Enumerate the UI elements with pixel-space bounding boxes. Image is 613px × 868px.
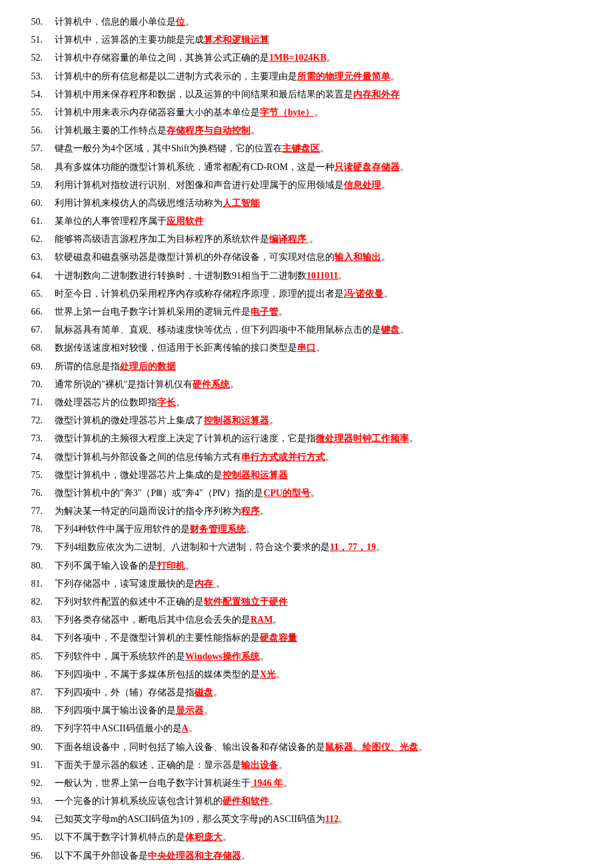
question-content: 下面各组设备中，同时包括了输入设备、输出设备和存储设备的是鼠标器、绘图仪、光盘。 <box>55 739 593 755</box>
question-text: 。 <box>316 343 325 353</box>
question-text: 。 <box>216 579 225 589</box>
answer-highlight: 所需的物理元件最简单 <box>297 71 390 81</box>
question-text: 时至今日，计算机仍采用程序内存或称存储程序原理，原理的提出者是 <box>55 289 344 299</box>
question-item: 95.以下不属于数字计算机特点的是体积庞大。 <box>20 829 593 845</box>
question-content: 下列存储器中，读写速度最快的是内存 。 <box>55 575 593 592</box>
question-item: 74.微型计算机与外部设备之间的信息传输方式有串行方式或并行方式。 <box>20 449 593 465</box>
question-content: 利用计算机对指纹进行识别、对图像和声音进行处理属于的应用领域是信息处理。 <box>55 177 593 193</box>
question-number: 68. <box>20 339 43 356</box>
question-text: 下列字符中ASCII码值最小的是 <box>55 723 182 733</box>
question-item: 56.计算机最主要的工作特点是存储程序与自动控制。 <box>20 122 593 139</box>
question-content: 微型计算机中，微处理器芯片上集成的是控制器和运算器 <box>55 467 593 483</box>
answer-highlight: 主键盘区 <box>283 143 320 153</box>
answer-highlight: 编译程序 <box>269 234 309 244</box>
answer-highlight: 鼠标器、绘图仪、光盘 <box>325 742 418 752</box>
question-text: 。 <box>269 415 279 425</box>
question-item: 78.下列4种软件中属于应用软件的是财务管理系统。 <box>20 521 593 537</box>
answer-highlight: 硬件系统 <box>193 379 230 389</box>
question-text: 。 <box>279 307 288 317</box>
question-text: 。 <box>213 687 223 697</box>
answer-highlight: 只读硬盘存储器 <box>334 162 400 172</box>
question-content: 下列四项中，外（辅）存储器是指磁盘。 <box>55 684 593 701</box>
question-number: 97. <box>20 865 43 868</box>
question-text: 。 <box>246 524 255 534</box>
question-content: 计算机中用来表示内存储器容量大小的基本单位是字节（byte）。 <box>55 104 593 121</box>
answer-highlight: 串口 <box>297 343 316 353</box>
question-item: 70.通常所说的"裸机"是指计算机仅有硬件系统。 <box>20 376 593 393</box>
question-content: 键盘一般分为4个区域，其中Shift为换档键，它的位置在主键盘区。 <box>55 140 593 157</box>
question-item: 65.时至今日，计算机仍采用程序内存或称存储程序原理，原理的提出者是冯·诺依曼。 <box>20 285 593 302</box>
question-content: 计算机中，运算器的主要功能是完成算术和逻辑运算 <box>55 31 593 48</box>
question-item: 55.计算机中用来表示内存储器容量大小的基本单位是字节（byte）。 <box>20 104 593 121</box>
question-text: 。 <box>230 379 239 389</box>
question-number: 93. <box>20 793 43 809</box>
question-text: 世界上第一台电子数字计算机采用的逻辑元件是 <box>55 307 251 317</box>
question-content: 下列4组数应依次为二进制、八进制和十六进制，符合这个要求的是11，77，19。 <box>55 539 593 555</box>
question-content: 世界上第一台电子数字计算机采用的逻辑元件是电子管。 <box>55 303 593 320</box>
question-text: 微型计算机中，微处理器芯片上集成的是 <box>55 470 223 480</box>
question-content: 一个完备的计算机系统应该包含计算机的硬件和软件。 <box>55 793 593 809</box>
answer-highlight: 程序 <box>241 506 260 516</box>
question-number: 80. <box>20 557 43 574</box>
answer-highlight: 字节（byte） <box>260 107 314 117</box>
answer-highlight: 电子管 <box>251 307 279 317</box>
question-list: 50.计算机中，信息的最小单位是位。51.计算机中，运算器的主要功能是完成算术和… <box>20 13 593 868</box>
question-content: 下面关于显示器的叙述，正确的是：显示器是输出设备。 <box>55 757 593 773</box>
question-text: 计算机中存储容量的单位之间，其换算公式正确的是 <box>55 53 269 63</box>
question-text: 下列四项中，外（辅）存储器是指 <box>55 687 195 697</box>
question-item: 69.所谓的信息是指处理后的数据 <box>20 358 593 375</box>
question-text: 计算机中用来保存程序和数据，以及运算的中间结果和最后结果的装置是 <box>55 89 353 99</box>
question-text: 。 <box>325 452 334 462</box>
answer-highlight: 信息处理 <box>344 180 381 190</box>
question-item: 63.软硬磁盘和磁盘驱动器是微型计算机的外存储设备，可实现对信息的输入和输出。 <box>20 249 593 265</box>
question-item: 66.世界上第一台电子数字计算机采用的逻辑元件是电子管。 <box>20 303 593 320</box>
question-text: 以下不属于外部设备是 <box>55 851 148 861</box>
question-number: 85. <box>20 648 43 665</box>
question-content: 能够将高级语言源程序加工为目标程序的系统软件是编译程序 。 <box>55 231 593 247</box>
question-text: 。 <box>338 271 347 281</box>
answer-highlight: X光 <box>260 669 276 679</box>
question-item: 58.具有多媒体功能的微型计算机系统，通常都配有CD-ROM，这是一种只读硬盘存… <box>20 159 593 175</box>
question-content: 计算机中存储容量的单位之间，其换算公式正确的是1MB=1024KB。 <box>55 49 593 66</box>
answer-highlight: 体积庞大 <box>185 832 223 842</box>
question-text: 以下不属于数字计算机特点的是 <box>55 832 185 842</box>
question-number: 51. <box>20 31 43 48</box>
question-number: 86. <box>20 666 43 683</box>
question-text: 微型计算机与外部设备之间的信息传输方式有 <box>55 452 241 462</box>
question-number: 75. <box>20 467 43 483</box>
question-text: 微型计算机的微处理器芯片上集成了 <box>55 415 204 425</box>
question-text: 。 <box>381 252 390 262</box>
question-item: 75.微型计算机中，微处理器芯片上集成的是控制器和运算器 <box>20 467 593 483</box>
question-item: 88.下列四项中属于输出设备的是显示器。 <box>20 702 593 719</box>
question-text: 键盘一般分为4个区域，其中Shift为换档键，它的位置在 <box>55 143 283 153</box>
question-text: 下列各项中，不是微型计算机的主要性能指标的是 <box>55 633 260 643</box>
question-item: 62.能够将高级语言源程序加工为目标程序的系统软件是编译程序 。 <box>20 231 593 247</box>
question-number: 73. <box>20 430 43 447</box>
question-text: 一个完备的计算机系统应该包含计算机的 <box>55 796 223 806</box>
answer-highlight: 中央处理器和主存储器 <box>148 851 241 861</box>
question-text: 能够将高级语言源程序加工为目标程序的系统软件是 <box>55 234 269 244</box>
question-text: 鼠标器具有简单、直观、移动速度快等优点，但下列四项中不能用鼠标点击的是 <box>55 325 381 335</box>
question-content: 计算机中，信息的最小单位是位。 <box>55 13 593 30</box>
question-item: 57.键盘一般分为4个区域，其中Shift为换档键，它的位置在主键盘区。 <box>20 140 593 157</box>
question-text: 。 <box>390 71 400 81</box>
answer-highlight: 控制器和运算器 <box>204 415 269 425</box>
answer-highlight: CPU的型号 <box>263 488 310 498</box>
question-content: 以下不属于外部设备是中央处理器和主存储器。 <box>55 847 593 864</box>
question-content: 一般认为，世界上第一台电子数字计算机诞生于 1946 年。 <box>55 775 593 791</box>
question-number: 76. <box>20 485 43 501</box>
question-content: 微处理器芯片的位数即指字长。 <box>55 394 593 411</box>
question-text: 。 <box>381 180 390 190</box>
answer-highlight: 内存 <box>195 579 216 589</box>
question-item: 51.计算机中，运算器的主要功能是完成算术和逻辑运算 <box>20 31 593 48</box>
question-text: 计算机中，运算器的主要功能是完成 <box>55 35 204 45</box>
question-text: 计算机最主要的工作特点是 <box>55 125 167 135</box>
question-item: 71.微处理器芯片的位数即指字长。 <box>20 394 593 411</box>
question-item: 93.一个完备的计算机系统应该包含计算机的硬件和软件。 <box>20 793 593 809</box>
question-text: 下列软件中，属于系统软件的是 <box>55 651 185 661</box>
question-item: 73.微型计算机的主频很大程度上决定了计算机的运行速度，它是指微处理器时钟工作频… <box>20 430 593 447</box>
question-text: 。 <box>326 53 336 63</box>
question-item: 50.计算机中，信息的最小单位是位。 <box>20 13 593 30</box>
question-text: 。 <box>320 143 329 153</box>
answer-highlight: 存储程序与自动控制 <box>167 125 251 135</box>
